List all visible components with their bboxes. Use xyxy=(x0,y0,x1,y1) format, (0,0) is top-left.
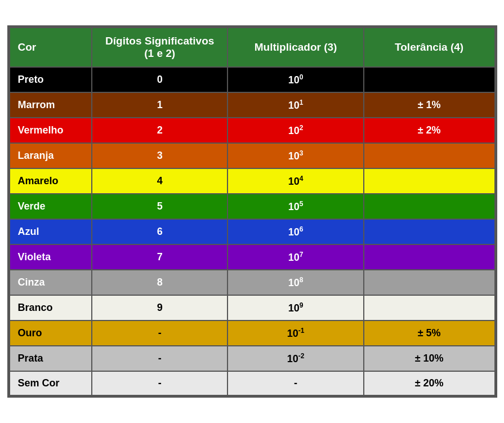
header-multiplicador: Multiplicador (3) xyxy=(228,28,363,67)
cell-digitos-violeta: 7 xyxy=(92,244,228,270)
table-row-vermelho: Vermelho2102± 2% xyxy=(10,118,495,143)
table-header-row: Cor Dígitos Significativos (1 e 2) Multi… xyxy=(10,28,495,67)
cell-digitos-cinza: 8 xyxy=(92,270,228,295)
table-row-preto: Preto0100 xyxy=(10,67,495,92)
cell-cor-branco: Branco xyxy=(10,295,92,320)
cell-tol-laranja xyxy=(364,143,495,168)
header-tolerancia: Tolerância (4) xyxy=(364,28,495,67)
cell-cor-vermelho: Vermelho xyxy=(10,118,92,143)
cell-cor-verde: Verde xyxy=(10,194,92,219)
table-row-cinza: Cinza8108 xyxy=(10,270,495,295)
table-row-ouro: Ouro-10-1± 5% xyxy=(10,320,495,346)
table-row-amarelo: Amarelo4104 xyxy=(10,168,495,194)
cell-cor-violeta: Violeta xyxy=(10,244,92,270)
cell-mult-preto: 100 xyxy=(228,67,363,92)
cell-digitos-marrom: 1 xyxy=(92,92,228,118)
cell-tol-violeta xyxy=(364,244,495,270)
cell-cor-ouro: Ouro xyxy=(10,320,92,346)
cell-cor-laranja: Laranja xyxy=(10,143,92,168)
cell-cor-cinza: Cinza xyxy=(10,270,92,295)
cell-mult-semcor: - xyxy=(228,371,363,395)
cell-cor-preto: Preto xyxy=(10,67,92,92)
cell-tol-amarelo xyxy=(364,168,495,194)
cell-mult-marrom: 101 xyxy=(228,92,363,118)
table-row-laranja: Laranja3103 xyxy=(10,143,495,168)
cell-cor-prata: Prata xyxy=(10,346,92,371)
cell-digitos-vermelho: 2 xyxy=(92,118,228,143)
table-row-semcor: Sem Cor--± 20% xyxy=(10,371,495,395)
cell-cor-amarelo: Amarelo xyxy=(10,168,92,194)
cell-digitos-prata: - xyxy=(92,346,228,371)
cell-digitos-amarelo: 4 xyxy=(92,168,228,194)
header-cor: Cor xyxy=(10,28,92,67)
cell-tol-azul xyxy=(364,219,495,244)
cell-tol-ouro: ± 5% xyxy=(364,320,495,346)
cell-tol-prata: ± 10% xyxy=(364,346,495,371)
cell-tol-preto xyxy=(364,67,495,92)
cell-mult-azul: 106 xyxy=(228,219,363,244)
cell-digitos-verde: 5 xyxy=(92,194,228,219)
cell-digitos-preto: 0 xyxy=(92,67,228,92)
cell-mult-laranja: 103 xyxy=(228,143,363,168)
cell-tol-marrom: ± 1% xyxy=(364,92,495,118)
cell-tol-semcor: ± 20% xyxy=(364,371,495,395)
table-row-verde: Verde5105 xyxy=(10,194,495,219)
cell-cor-marrom: Marrom xyxy=(10,92,92,118)
table-row-prata: Prata-10-2± 10% xyxy=(10,346,495,371)
cell-mult-cinza: 108 xyxy=(228,270,363,295)
table-row-violeta: Violeta7107 xyxy=(10,244,495,270)
cell-mult-prata: 10-2 xyxy=(228,346,363,371)
resistor-color-table: Cor Dígitos Significativos (1 e 2) Multi… xyxy=(7,25,497,398)
cell-digitos-laranja: 3 xyxy=(92,143,228,168)
cell-tol-cinza xyxy=(364,270,495,295)
cell-tol-verde xyxy=(364,194,495,219)
cell-digitos-ouro: - xyxy=(92,320,228,346)
cell-mult-branco: 109 xyxy=(228,295,363,320)
header-digitos: Dígitos Significativos (1 e 2) xyxy=(92,28,228,67)
cell-mult-verde: 105 xyxy=(228,194,363,219)
cell-cor-semcor: Sem Cor xyxy=(10,371,92,395)
cell-mult-violeta: 107 xyxy=(228,244,363,270)
cell-tol-branco xyxy=(364,295,495,320)
cell-digitos-azul: 6 xyxy=(92,219,228,244)
cell-mult-ouro: 10-1 xyxy=(228,320,363,346)
table-row-marrom: Marrom1101± 1% xyxy=(10,92,495,118)
table-row-azul: Azul6106 xyxy=(10,219,495,244)
table-row-branco: Branco9109 xyxy=(10,295,495,320)
cell-cor-azul: Azul xyxy=(10,219,92,244)
cell-digitos-branco: 9 xyxy=(92,295,228,320)
cell-tol-vermelho: ± 2% xyxy=(364,118,495,143)
cell-mult-vermelho: 102 xyxy=(228,118,363,143)
cell-mult-amarelo: 104 xyxy=(228,168,363,194)
cell-digitos-semcor: - xyxy=(92,371,228,395)
